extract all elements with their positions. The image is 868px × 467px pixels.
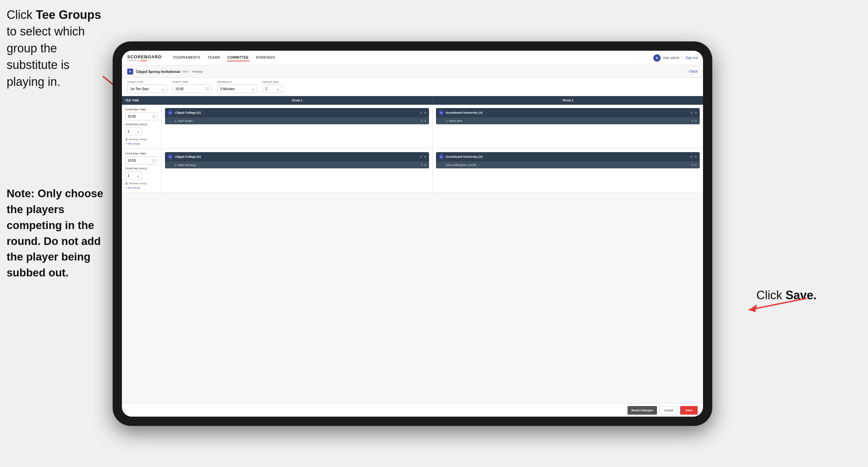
instruction-bold1: Tee Groups — [36, 8, 101, 22]
player-row-2-2[interactable]: Dave Billingham (SUB) ✕ ⇅ — [436, 162, 700, 168]
team2-remove-1[interactable]: ✕ — [690, 111, 693, 115]
player-row-2-1[interactable]: 1. Rees Britt ✕ ⇅ — [436, 117, 700, 124]
remove-group-button-1[interactable]: 🗑 Remove Group — [125, 138, 158, 141]
team2-name-1: Scoreboard University (A) — [446, 111, 688, 114]
team2-col-2: S Scoreboard University (A) ✕ ⇅ Dave Bil… — [433, 149, 703, 193]
intervals-config: Intervals 5 Minutes ⌄ — [217, 81, 257, 93]
intervals-select[interactable]: 5 Minutes ⌄ — [217, 85, 257, 93]
remove-group-button-2[interactable]: 🗑 Remove Group — [125, 182, 158, 185]
add-group-button-2[interactable]: + Add Group — [125, 186, 158, 189]
player-remove-1-1[interactable]: ✕ — [421, 119, 423, 123]
team2-icon-2: S — [439, 154, 444, 159]
team1-header-2: C Clippd College (A) ✕ ⇅ — [165, 152, 429, 162]
click-save-label: Click Save. — [756, 288, 817, 302]
table-header: Tee Time Team 1 Team 2 — [122, 96, 703, 105]
tablet-device: SCOREBOARD Powered by clippd Tournaments… — [113, 41, 712, 426]
start-type-select[interactable]: 1st Tee Start ⌄ — [127, 85, 167, 93]
start-time-config: Start Time 10:00 🕐 — [172, 81, 212, 93]
note-text: Note: Only choose the players competing … — [7, 185, 109, 281]
intervals-label: Intervals — [217, 81, 257, 84]
back-button[interactable]: < Back — [687, 69, 698, 73]
start-time-select[interactable]: 10:00 🕐 — [172, 85, 212, 93]
start-type-config: Start Type 1st Tee Start ⌄ — [127, 81, 167, 93]
tee-groups-list: STARTING TIME: 10:00 🕐 STARTING HOLE: 1 … — [122, 105, 703, 403]
sub-header-icon: B — [127, 68, 133, 75]
logo-powered: Powered by clippd — [127, 59, 162, 62]
starting-hole-input-2[interactable]: 1 ⌄ — [125, 171, 142, 179]
col-tee-time: Tee Time — [122, 96, 162, 105]
tee-time-col-1: STARTING TIME: 10:00 🕐 STARTING HOLE: 1 … — [122, 105, 162, 148]
cancel-button[interactable]: Cancel — [660, 406, 678, 415]
config-row: Start Type 1st Tee Start ⌄ Start Time 10… — [122, 78, 703, 96]
nav-rankings[interactable]: Rankings — [255, 54, 276, 61]
team1-sort-2[interactable]: ⇅ — [424, 155, 426, 158]
team2-actions-1: ✕ ⇅ — [690, 111, 697, 115]
group-size-select[interactable]: 2 ⌄ — [262, 85, 282, 93]
player-row-1-2[interactable]: 2. Blair McHarg ✕ ⇅ — [165, 162, 429, 168]
header-user-area: B blair admin | Sign out — [653, 54, 698, 62]
reset-changes-button[interactable]: Reset Changes — [627, 406, 657, 415]
instruction-text: Click Tee Groups to select which group t… — [7, 7, 109, 90]
player-remove-2-1[interactable]: ✕ — [691, 119, 694, 123]
starting-time-input-2[interactable]: 10:05 🕐 — [125, 156, 158, 165]
nav-bar: Tournaments Teams Committee Rankings — [172, 54, 645, 61]
player-sort-1-1[interactable]: ⇅ — [424, 120, 426, 123]
bottom-bar: Reset Changes Cancel Save — [122, 403, 703, 417]
nav-teams[interactable]: Teams — [207, 54, 221, 61]
team2-card-1[interactable]: S Scoreboard University (A) ✕ ⇅ 1. Rees … — [436, 108, 700, 124]
team1-col-2: C Clippd College (A) ✕ ⇅ 2. Blair McHarg — [162, 149, 433, 193]
user-name: blair admin — [663, 56, 680, 60]
team2-name-2: Scoreboard University (A) — [446, 155, 688, 158]
tee-group-row: STARTING TIME: 10:00 🕐 STARTING HOLE: 1 … — [122, 105, 703, 149]
logo-text: SCOREBOARD — [127, 54, 162, 59]
sign-out-link[interactable]: Sign out — [685, 56, 698, 60]
nav-committee[interactable]: Committee — [227, 54, 250, 61]
instruction-main2: to select which group the substitute is … — [7, 25, 85, 88]
nav-tournaments[interactable]: Tournaments — [172, 54, 201, 61]
save-button[interactable]: Save — [680, 406, 698, 415]
user-avatar: B — [653, 54, 661, 62]
player-remove-1-2[interactable]: ✕ — [421, 163, 423, 167]
team2-remove-2[interactable]: ✕ — [690, 155, 693, 159]
player-sort-2-1[interactable]: ⇅ — [695, 120, 697, 123]
starting-time-label-1: STARTING TIME: — [125, 108, 158, 111]
team1-remove-1[interactable]: ✕ — [420, 111, 422, 115]
col-team1: Team 1 — [162, 96, 433, 105]
team2-icon-1: S — [439, 110, 444, 115]
starting-hole-label-1: STARTING HOLE: — [125, 123, 158, 126]
save-label-bold: Save. — [785, 288, 817, 302]
starting-hole-input-1[interactable]: 1 ⌄ — [125, 127, 142, 135]
hosting-badge: Hosting — [192, 70, 203, 73]
team2-actions-2: ✕ ⇅ — [690, 155, 697, 159]
team1-card-2[interactable]: C Clippd College (A) ✕ ⇅ 2. Blair McHarg — [165, 152, 429, 168]
sub-header-tag: (Men) — [181, 70, 189, 73]
group-size-config: Group Size 2 ⌄ — [262, 81, 282, 93]
team1-sort-1[interactable]: ⇅ — [424, 111, 426, 114]
player-sort-1-2[interactable]: ⇅ — [424, 164, 426, 167]
logo: SCOREBOARD Powered by clippd — [127, 54, 162, 62]
clippd-brand: clippd — [140, 59, 147, 62]
team1-card-1[interactable]: C Clippd College (A) ✕ ⇅ 1. Rich Butler — [165, 108, 429, 124]
start-time-label: Start Time — [172, 81, 212, 84]
tablet-screen: SCOREBOARD Powered by clippd Tournaments… — [122, 51, 703, 417]
team2-header-2: S Scoreboard University (A) ✕ ⇅ — [436, 152, 700, 162]
starting-time-input-1[interactable]: 10:00 🕐 — [125, 112, 158, 120]
sub-header-title: Clippd Spring Invitational — [136, 69, 180, 74]
player-row-1-1[interactable]: 1. Rich Butler ✕ ⇅ — [165, 117, 429, 124]
team2-header-1: S Scoreboard University (A) ✕ ⇅ — [436, 108, 700, 117]
player-remove-2-2[interactable]: ✕ — [691, 163, 694, 167]
team2-card-2[interactable]: S Scoreboard University (A) ✕ ⇅ Dave Bil… — [436, 152, 700, 168]
team1-name-2: Clippd College (A) — [175, 155, 417, 158]
add-group-button-1[interactable]: + Add Group — [125, 142, 158, 145]
sub-header: B Clippd Spring Invitational (Men) Hosti… — [122, 65, 703, 78]
team2-col-1: S Scoreboard University (A) ✕ ⇅ 1. Rees … — [433, 105, 703, 148]
team2-sort-1[interactable]: ⇅ — [695, 111, 697, 114]
team1-name-1: Clippd College (A) — [175, 111, 417, 114]
starting-time-label-2: STARTING TIME: — [125, 152, 158, 155]
tee-time-col-2: STARTING TIME: 10:05 🕐 STARTING HOLE: 1 … — [122, 149, 162, 193]
team2-sort-2[interactable]: ⇅ — [695, 155, 697, 158]
col-team2: Team 2 — [433, 96, 703, 105]
team1-icon-1: C — [168, 110, 173, 115]
team1-remove-2[interactable]: ✕ — [420, 155, 422, 159]
player-sort-2-2[interactable]: ⇅ — [695, 164, 697, 167]
